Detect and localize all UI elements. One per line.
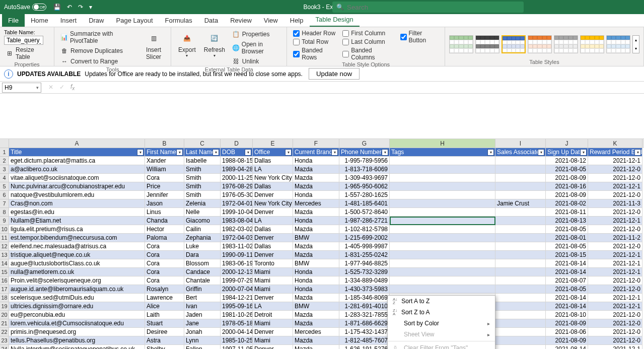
tab-page-layout[interactable]: Page Layout xyxy=(110,14,159,27)
cell[interactable]: Mazda xyxy=(293,174,339,182)
filter-dd-icon[interactable]: ▾ xyxy=(245,149,251,156)
cell[interactable]: Luke xyxy=(184,242,221,251)
cell[interactable]: Cora xyxy=(145,276,184,285)
cell[interactable]: 2021-12-0 xyxy=(588,208,642,217)
cell[interactable]: Zelenia xyxy=(184,199,221,208)
sort-color-item[interactable]: Sort by Color▸ xyxy=(388,318,495,329)
row-header-21[interactable]: 21 xyxy=(0,319,9,328)
row-header-13[interactable]: 13 xyxy=(0,251,9,259)
cell[interactable]: Cailin xyxy=(184,225,221,234)
row-header-20[interactable]: 20 xyxy=(0,311,9,319)
cell[interactable] xyxy=(495,234,546,242)
cell[interactable]: tellus.Phasellus@penatibus.org xyxy=(9,336,145,345)
cell[interactable] xyxy=(495,251,546,259)
cell[interactable]: 1-987-286-2721 xyxy=(339,217,390,225)
cell[interactable]: 2021-12-1 xyxy=(588,251,642,259)
cell[interactable] xyxy=(495,319,546,328)
cell[interactable]: 2021-08-11 xyxy=(546,208,588,217)
cell[interactable]: 2021-12-0 xyxy=(588,191,642,199)
th-firstname[interactable]: First Name▾ xyxy=(145,148,184,157)
cell[interactable]: 2021-11-3 xyxy=(588,199,642,208)
row-header-18[interactable]: 18 xyxy=(0,294,9,302)
cell[interactable] xyxy=(495,174,546,182)
col-header-F[interactable]: F xyxy=(293,139,339,148)
redo-icon[interactable]: ↷ xyxy=(75,4,86,11)
cell[interactable]: New York City xyxy=(253,199,293,208)
cell[interactable]: Mazda xyxy=(293,165,339,174)
tab-draw[interactable]: Draw xyxy=(83,14,110,27)
cell[interactable]: Mazda xyxy=(293,311,339,319)
cell[interactable]: Isabelle xyxy=(184,157,221,165)
filter-dd-icon[interactable]: ▾ xyxy=(538,149,544,156)
th-reward[interactable]: Reward Period End▾ xyxy=(588,148,642,157)
cell[interactable] xyxy=(390,157,495,165)
cell[interactable]: Linus xyxy=(145,208,184,217)
cell[interactable]: Nullam@Etiam.net xyxy=(9,217,145,225)
style-swatch-7[interactable] xyxy=(606,35,630,53)
cell[interactable]: primis.in@nequesed.org xyxy=(9,328,145,336)
cell[interactable] xyxy=(495,217,546,225)
col-header-K[interactable]: K xyxy=(588,139,642,148)
cell[interactable] xyxy=(495,157,546,165)
cell[interactable] xyxy=(495,345,546,349)
cell[interactable]: Smith xyxy=(184,165,221,174)
th-dob[interactable]: DOB▾ xyxy=(221,148,253,157)
tab-file[interactable]: File xyxy=(2,14,25,27)
style-swatch-5[interactable] xyxy=(554,35,578,53)
cell[interactable]: 2021-08-01 xyxy=(546,234,588,242)
row-header-19[interactable]: 19 xyxy=(0,302,9,311)
cell[interactable]: 2021-08-14 xyxy=(546,345,588,349)
cell[interactable]: Mazda xyxy=(293,319,339,328)
cell[interactable]: Mazda xyxy=(293,208,339,217)
cell[interactable]: augue.id.ante@liberomaurisaliquam.co.uk xyxy=(9,285,145,294)
cell[interactable]: 2021-08-05 xyxy=(546,242,588,251)
cell[interactable]: 2021-08-02 xyxy=(546,199,588,208)
cell[interactable]: Ivan xyxy=(184,302,221,311)
cell[interactable]: 1-871-686-6629 xyxy=(339,319,390,328)
th-tags[interactable]: Tags▾ xyxy=(390,148,495,157)
cell[interactable] xyxy=(390,199,495,208)
cell[interactable] xyxy=(390,276,495,285)
cell[interactable]: Blossom xyxy=(184,259,221,268)
cell[interactable]: vitae.aliquet@sociisnatoque.com xyxy=(9,174,145,182)
cell[interactable] xyxy=(495,294,546,302)
cell[interactable]: 1-557-280-1625 xyxy=(339,191,390,199)
cell[interactable]: 2021-08-09 xyxy=(546,174,588,182)
cell[interactable]: Jennifer xyxy=(145,191,184,199)
cell[interactable]: 2000-11-25 xyxy=(221,174,253,182)
filter-dd-icon[interactable]: ▾ xyxy=(212,149,219,156)
cell[interactable] xyxy=(390,251,495,259)
cell[interactable]: ultricies.dignissim@ornare.edu xyxy=(9,302,145,311)
cell[interactable] xyxy=(495,328,546,336)
cell[interactable] xyxy=(390,208,495,217)
col-header-G[interactable]: G xyxy=(339,139,390,148)
row-header-2[interactable]: 2 xyxy=(0,157,9,165)
filter-dd-icon[interactable]: ▾ xyxy=(137,149,144,156)
style-swatch-4[interactable] xyxy=(528,35,552,53)
cell[interactable]: Miami xyxy=(253,285,293,294)
cell[interactable]: 1997-11-05 xyxy=(221,345,253,349)
tab-data[interactable]: Data xyxy=(198,14,224,27)
cell[interactable]: Smith xyxy=(184,182,221,191)
style-swatch-6[interactable] xyxy=(580,35,604,53)
cell[interactable]: Candace xyxy=(184,268,221,276)
th-brand[interactable]: Current Brand▾ xyxy=(293,148,339,157)
cell[interactable]: 1-525-732-3289 xyxy=(339,268,390,276)
cell[interactable] xyxy=(495,259,546,268)
th-signup[interactable]: Sign Up Date▾ xyxy=(546,148,588,157)
row-header-23[interactable]: 23 xyxy=(0,336,9,345)
cell[interactable]: Price xyxy=(145,182,184,191)
cell[interactable]: 1-481-185-6401 xyxy=(339,199,390,208)
cell[interactable]: 2000-04-14 xyxy=(221,328,253,336)
cell[interactable]: 1-185-346-8069 xyxy=(339,294,390,302)
cell[interactable]: 2021-08-09 xyxy=(546,191,588,199)
qat-more-icon[interactable]: ▾ xyxy=(86,4,95,11)
tab-help[interactable]: Help xyxy=(284,14,310,27)
cell[interactable]: 2021-12-1 xyxy=(588,302,642,311)
cell[interactable]: Honda xyxy=(293,276,339,285)
cell[interactable] xyxy=(390,225,495,234)
resize-table-button[interactable]: ⊞Resize Table xyxy=(4,45,50,61)
cell[interactable]: Smith xyxy=(184,191,221,199)
cell[interactable]: 2021-12-0 xyxy=(588,165,642,174)
cell[interactable]: 2021-12-0 xyxy=(588,225,642,234)
